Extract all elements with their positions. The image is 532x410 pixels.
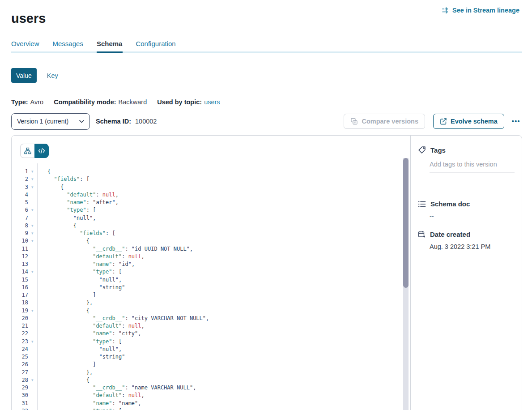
value-toggle-button[interactable]: Value — [11, 68, 37, 83]
fold-arrow-icon[interactable]: ▾ — [28, 237, 38, 245]
line-number: 31 — [12, 400, 28, 407]
edit-icon — [440, 118, 447, 125]
line-number: 16 — [12, 284, 28, 291]
line-number: 27 — [12, 369, 28, 376]
code-view-button[interactable] — [34, 144, 49, 158]
add-tags-input[interactable] — [430, 159, 515, 172]
code-text: "default": null, — [47, 322, 145, 330]
line-number: 5 — [12, 199, 28, 206]
line-number: 30 — [12, 392, 28, 399]
meta-value: Backward — [119, 98, 147, 106]
fold-arrow-icon[interactable]: ▾ — [28, 307, 38, 315]
tree-view-button[interactable] — [20, 144, 34, 158]
schema-id-value: 100002 — [135, 118, 157, 125]
code-line: 17 ] — [12, 291, 402, 299]
fold-spacer — [28, 276, 38, 284]
code-line: 25 "string" — [12, 353, 402, 361]
code-text: { — [47, 307, 89, 315]
line-number: 25 — [12, 353, 28, 361]
schema-meta-row: Type:AvroCompatibility mode:BackwardUsed… — [11, 98, 220, 106]
evolve-schema-button[interactable]: Evolve schema — [433, 114, 504, 129]
fold-arrow-icon[interactable]: ▾ — [28, 184, 38, 191]
version-controls-row: Version 1 (current) Schema ID: 100002 Co… — [11, 113, 522, 130]
fold-arrow-icon[interactable]: ▾ — [28, 407, 38, 410]
fold-arrow-icon[interactable]: ▾ — [28, 175, 38, 183]
code-text: "type": [ — [47, 407, 122, 410]
fold-spacer — [28, 400, 38, 407]
line-number: 29 — [12, 384, 28, 392]
key-toggle-button[interactable]: Key — [47, 72, 58, 79]
meta-compatibility-mode: Compatibility mode:Backward — [54, 98, 147, 106]
fold-arrow-icon[interactable]: ▾ — [28, 168, 38, 175]
more-options-button[interactable]: ••• — [510, 116, 522, 127]
sidebar-divider — [418, 182, 513, 182]
fold-spacer — [28, 315, 38, 322]
fold-spacer — [28, 199, 38, 206]
line-number: 24 — [12, 346, 28, 353]
code-line: 13 "name": "id", — [12, 261, 402, 268]
meta-label: Compatibility mode: — [54, 98, 116, 106]
see-in-stream-lineage-link[interactable]: See in Stream lineage — [442, 7, 519, 14]
fold-arrow-icon[interactable]: ▾ — [28, 338, 38, 346]
code-line: 26 ] — [12, 361, 402, 368]
code-line: 6▾ "type": [ — [12, 206, 402, 214]
editor-scrollbar-thumb[interactable] — [403, 158, 409, 288]
line-number: 26 — [12, 361, 28, 368]
fold-spacer — [28, 214, 38, 222]
fold-spacer — [28, 291, 38, 299]
fold-spacer — [28, 191, 38, 199]
tags-title: Tags — [430, 146, 446, 154]
fold-arrow-icon[interactable]: ▾ — [28, 376, 38, 384]
compare-versions-button[interactable]: Compare versions — [344, 114, 425, 129]
line-number: 19 — [12, 307, 28, 315]
line-number: 28 — [12, 376, 28, 384]
tree-view-icon — [24, 147, 31, 154]
schema-id: Schema ID: 100002 — [96, 118, 157, 125]
code-line: 2▾ "fields": [ — [12, 175, 402, 183]
code-text: "__crdb__": "name VARCHAR NULL", — [47, 384, 196, 392]
fold-arrow-icon[interactable]: ▾ — [28, 268, 38, 276]
meta-used-by-topic: Used by topic:users — [157, 98, 220, 106]
code-line: 28▾ { — [12, 376, 402, 384]
line-number: 2 — [12, 175, 28, 183]
version-select-value: Version 1 (current) — [17, 118, 68, 125]
line-number: 1 — [12, 168, 28, 175]
code-view-icon — [38, 148, 45, 154]
schema-kind-toggle: Value Key — [11, 68, 58, 83]
tab-overview[interactable]: Overview — [11, 40, 39, 52]
code-text: "type": [ — [47, 338, 122, 346]
line-number: 4 — [12, 191, 28, 199]
code-text: ] — [47, 291, 96, 299]
code-line: 24 "null", — [12, 346, 402, 353]
compare-versions-label: Compare versions — [362, 118, 418, 125]
tab-configuration[interactable]: Configuration — [136, 40, 175, 52]
stream-lineage-icon — [442, 7, 449, 13]
tab-messages[interactable]: Messages — [53, 40, 83, 52]
fold-arrow-icon[interactable]: ▾ — [28, 230, 38, 237]
code-text: }, — [47, 369, 93, 376]
meta-value-link[interactable]: users — [204, 98, 220, 106]
fold-arrow-icon[interactable]: ▾ — [28, 222, 38, 230]
fold-spacer — [28, 346, 38, 353]
calendar-plus-icon — [418, 231, 426, 238]
code-text: { — [47, 237, 89, 245]
line-number: 7 — [12, 214, 28, 222]
code-text: ] — [47, 361, 96, 368]
code-line: 18 }, — [12, 299, 402, 307]
schema-code-pane: 1▾{2▾ "fields": [3▾ {4 "default": null,5… — [12, 136, 411, 410]
schema-panel: 1▾{2▾ "fields": [3▾ {4 "default": null,5… — [11, 135, 522, 410]
fold-arrow-icon[interactable]: ▾ — [28, 206, 38, 214]
line-number: 14 — [12, 268, 28, 276]
code-line: 19▾ { — [12, 307, 402, 315]
fold-spacer — [28, 253, 38, 261]
line-number: 22 — [12, 330, 28, 337]
version-select[interactable]: Version 1 (current) — [11, 113, 90, 130]
code-text: "name": "id", — [47, 261, 135, 268]
line-number: 17 — [12, 291, 28, 299]
tab-schema[interactable]: Schema — [97, 40, 123, 52]
code-line: 11 "__crdb__": "id UUID NOT NULL", — [12, 245, 402, 253]
code-line: 20 "__crdb__": "city VARCHAR NOT NULL", — [12, 315, 402, 322]
list-icon — [418, 201, 426, 208]
code-text: "type": [ — [47, 206, 96, 214]
compare-versions-icon — [350, 118, 358, 125]
